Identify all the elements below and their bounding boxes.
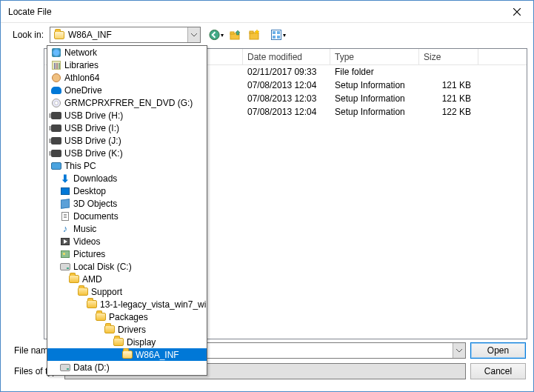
dropdown-item[interactable]: Athlon64: [47, 71, 207, 84]
dropdown-item[interactable]: Network: [47, 46, 207, 59]
up-button[interactable]: [227, 27, 244, 43]
lookin-value: W86A_INF: [68, 30, 187, 40]
dropdown-item[interactable]: USB Drive (J:): [47, 134, 207, 147]
videos-icon: [59, 236, 71, 248]
dropdown-item[interactable]: AMD: [47, 273, 207, 285]
dropdown-item-label: USB Drive (K:): [64, 148, 123, 159]
dropdown-item-label: Local Disk (C:): [73, 262, 132, 272]
dropdown-item-label: AMD: [82, 274, 102, 285]
svg-rect-6: [273, 31, 276, 34]
drive-icon: [59, 362, 71, 373]
usb-drive-icon: [50, 122, 62, 134]
column-header-spacer: [478, 49, 527, 64]
dropdown-item[interactable]: Desktop: [47, 185, 207, 197]
dropdown-item[interactable]: ⬇Downloads: [47, 172, 207, 185]
back-button[interactable]: ▾: [208, 27, 224, 43]
close-button[interactable]: [501, 1, 533, 22]
dropdown-item[interactable]: GRMCPRXFRER_EN_DVD (G:): [47, 96, 207, 109]
network-icon: [50, 47, 62, 59]
dropdown-scroll[interactable]: NetworkLibrariesAthlon64OneDriveGRMCPRXF…: [47, 46, 207, 375]
dropdown-item[interactable]: Data (D:): [47, 361, 207, 373]
dropdown-arrow-icon: ▾: [283, 32, 286, 39]
cancel-button[interactable]: Cancel: [470, 363, 526, 379]
dropdown-item[interactable]: Local Disk (C:): [47, 260, 207, 273]
user-folder-icon: [50, 72, 62, 84]
lookin-dropdown[interactable]: NetworkLibrariesAthlon64OneDriveGRMCPRXF…: [47, 45, 207, 376]
dropdown-item[interactable]: 3D Objects: [47, 197, 207, 210]
back-icon: [209, 29, 220, 41]
dropdown-item[interactable]: OneDrive: [47, 84, 207, 96]
lookin-combo[interactable]: W86A_INF: [50, 27, 201, 43]
dropdown-item[interactable]: This PC: [47, 159, 207, 172]
column-header-type[interactable]: Type: [330, 49, 419, 64]
chevron-down-icon[interactable]: [187, 27, 200, 42]
3d-objects-icon: [59, 198, 71, 210]
folder-icon: [86, 299, 98, 310]
file-type: File folder: [330, 67, 419, 77]
window-title: Locate File: [8, 7, 52, 17]
dropdown-item[interactable]: USB Drive (K:): [47, 147, 207, 159]
dropdown-item[interactable]: ♪Music: [47, 222, 207, 235]
dropdown-item[interactable]: W86A_INF: [47, 348, 207, 361]
file-type: Setup Information: [330, 80, 419, 90]
column-header-size[interactable]: Size: [419, 49, 478, 64]
lookin-label: Look in:: [13, 30, 44, 40]
locate-file-dialog: Locate File Look in: W86A_INF ▾ ▾: [0, 0, 534, 392]
folder-icon: [68, 273, 80, 285]
svg-rect-4: [250, 31, 253, 33]
drive-icon: [59, 374, 71, 376]
view-menu-icon: [270, 29, 282, 41]
svg-rect-2: [230, 32, 234, 34]
new-folder-icon: [249, 29, 261, 41]
cd-drive-icon: [50, 97, 62, 109]
dropdown-item[interactable]: 13-1-legacy_vista_win7_win: [47, 298, 207, 310]
dropdown-item[interactable]: Videos: [47, 235, 207, 248]
dropdown-item[interactable]: Drivers: [47, 323, 207, 336]
folder-icon: [95, 311, 107, 323]
svg-rect-7: [277, 31, 280, 34]
folder-icon: [77, 286, 89, 298]
open-button[interactable]: Open: [470, 342, 526, 359]
dropdown-item[interactable]: Data 2 (E:): [47, 373, 207, 375]
file-size: 121 KB: [419, 93, 478, 104]
file-date: 07/08/2013 12:04: [243, 107, 330, 117]
titlebar: Locate File: [1, 1, 533, 23]
drive-icon: [59, 261, 71, 273]
view-menu-button[interactable]: ▾: [266, 27, 290, 43]
new-folder-button[interactable]: [247, 27, 263, 43]
dropdown-item-label: Documents: [73, 211, 119, 222]
usb-drive-icon: [50, 135, 62, 147]
dropdown-item-label: USB Drive (I:): [64, 123, 119, 133]
pictures-icon: [59, 248, 71, 260]
svg-rect-8: [273, 36, 276, 39]
music-icon: ♪: [59, 223, 71, 235]
column-header-date[interactable]: Date modified: [243, 49, 330, 64]
dropdown-item[interactable]: Pictures: [47, 248, 207, 260]
dropdown-item-label: Athlon64: [64, 73, 99, 83]
dropdown-item-label: GRMCPRXFRER_EN_DVD (G:): [64, 98, 193, 108]
toolbar: Look in: W86A_INF ▾ ▾: [1, 23, 533, 47]
file-date: 02/11/2017 09:33: [243, 67, 330, 77]
dropdown-item[interactable]: USB Drive (I:): [47, 122, 207, 134]
chevron-down-icon[interactable]: [453, 343, 465, 358]
dropdown-item-label: This PC: [64, 161, 96, 171]
dropdown-item-label: Drivers: [118, 325, 146, 335]
dropdown-item-label: Desktop: [73, 186, 106, 196]
svg-rect-9: [277, 36, 280, 39]
svg-point-0: [210, 30, 219, 39]
dropdown-item-label: Support: [91, 287, 122, 297]
dropdown-item[interactable]: Libraries: [47, 59, 207, 71]
dropdown-item[interactable]: Documents: [47, 210, 207, 222]
file-type: Setup Information: [330, 107, 419, 117]
dropdown-item[interactable]: Packages: [47, 310, 207, 323]
dropdown-item[interactable]: Display: [47, 336, 207, 348]
dropdown-item-label: Downloads: [73, 173, 117, 184]
dropdown-item[interactable]: USB Drive (H:): [47, 109, 207, 122]
dropdown-item-label: 3D Objects: [73, 199, 117, 209]
file-size: 122 KB: [419, 107, 478, 117]
dropdown-item-label: USB Drive (J:): [64, 136, 121, 146]
dropdown-item[interactable]: Support: [47, 285, 207, 298]
onedrive-icon: [50, 84, 62, 96]
dropdown-item-label: Packages: [109, 312, 148, 322]
desktop-icon: [59, 185, 71, 197]
